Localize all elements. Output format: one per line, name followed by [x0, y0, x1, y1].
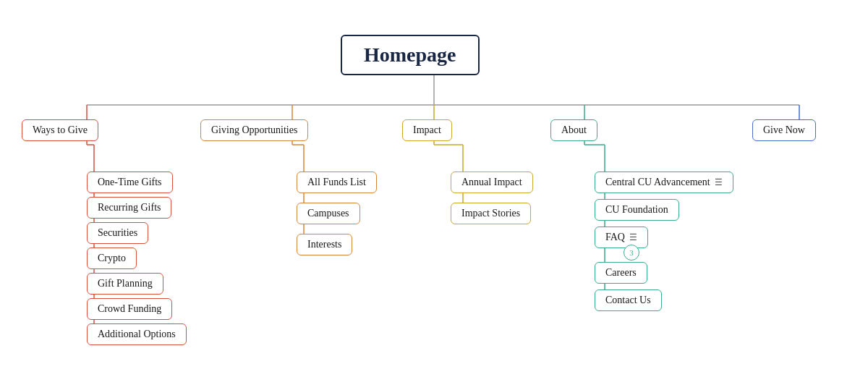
annual-impact-node[interactable]: Annual Impact: [451, 172, 533, 193]
one-time-gifts-node[interactable]: One-Time Gifts: [87, 172, 173, 193]
ways-to-give-node[interactable]: Ways to Give: [22, 119, 98, 141]
faq-icon: ☰: [629, 232, 637, 243]
central-cu-advancement-node[interactable]: Central CU Advancement ☰: [595, 172, 733, 193]
campuses-node[interactable]: Campuses: [297, 203, 360, 224]
giving-opportunities-node[interactable]: Giving Opportunities: [200, 119, 308, 141]
homepage-node[interactable]: Homepage: [341, 35, 480, 75]
diagram: Homepage Ways to Give One-Time Gifts Rec…: [0, 0, 868, 385]
faq-badge: 3: [624, 245, 639, 261]
faq-label: FAQ: [605, 232, 625, 243]
faq-node[interactable]: FAQ ☰: [595, 227, 648, 248]
impact-stories-node[interactable]: Impact Stories: [451, 203, 531, 224]
give-now-node[interactable]: Give Now: [752, 119, 816, 141]
cu-foundation-node[interactable]: CU Foundation: [595, 199, 679, 221]
hamburger-icon: ☰: [715, 177, 723, 188]
gift-planning-node[interactable]: Gift Planning: [87, 273, 163, 295]
interests-node[interactable]: Interests: [297, 234, 352, 255]
about-node[interactable]: About: [550, 119, 597, 141]
crypto-node[interactable]: Crypto: [87, 248, 137, 269]
all-funds-list-node[interactable]: All Funds List: [297, 172, 377, 193]
central-cu-advancement-label: Central CU Advancement: [605, 177, 710, 188]
crowd-funding-node[interactable]: Crowd Funding: [87, 298, 172, 320]
impact-node[interactable]: Impact: [402, 119, 452, 141]
careers-node[interactable]: Careers: [595, 262, 647, 284]
securities-node[interactable]: Securities: [87, 222, 148, 244]
contact-us-node[interactable]: Contact Us: [595, 289, 662, 311]
recurring-gifts-node[interactable]: Recurring Gifts: [87, 197, 171, 219]
additional-options-node[interactable]: Additional Options: [87, 323, 187, 345]
